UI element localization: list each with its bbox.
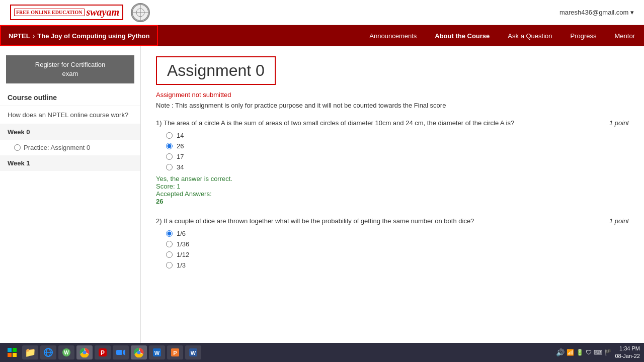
sidebar: Register for Certificationexam Course ou… (0, 46, 141, 343)
svg-text:W: W (154, 350, 160, 356)
taskbar-ie[interactable] (40, 345, 56, 359)
svg-point-21 (137, 351, 141, 354)
option-1-34[interactable]: 34 (166, 163, 629, 171)
nav-announcements[interactable]: Announcements (360, 25, 426, 46)
answer-1-score: Score: 1 (156, 183, 629, 190)
swayam-logo: FREE ONLINE EDUCATION swayam (10, 5, 123, 20)
user-email[interactable]: maresh436@gmail.com (559, 9, 634, 16)
practice0-radio[interactable] (14, 144, 21, 151)
svg-marker-19 (123, 349, 125, 355)
battery-icon[interactable]: 🔋 (576, 349, 584, 356)
nav-progress[interactable]: Progress (561, 25, 606, 46)
question-1: 1) The area of a circle A is the sum of … (156, 119, 629, 205)
sidebar-item-howdoes[interactable]: How does an NPTEL online course work? (0, 106, 140, 124)
option-1-14[interactable]: 14 (166, 132, 629, 139)
taskbar-right: 🔊 📶 🔋 🛡 ⌨ 🏴 1:34 PM 08-Jan-22 (556, 345, 640, 360)
assignment-status: Assignment not submitted (156, 91, 629, 99)
taskbar-word[interactable]: W (185, 345, 201, 359)
top-bar-left: FREE ONLINE EDUCATION swayam (10, 3, 150, 22)
taskbar-system-icons: 🔊 📶 🔋 🛡 ⌨ 🏴 (556, 348, 612, 356)
answer-1-accepted-label: Accepted Answers: (156, 190, 629, 198)
nav-ask-question[interactable]: Ask a Question (499, 25, 561, 46)
svg-rect-6 (8, 353, 12, 357)
nav-mentor[interactable]: Mentor (606, 25, 644, 46)
option-2-1-12[interactable]: 1/12 (166, 251, 629, 258)
svg-rect-5 (13, 348, 17, 352)
radio-q1-26[interactable] (166, 143, 173, 149)
question-2-options: 1/6 1/36 1/12 1/3 (166, 230, 629, 269)
nptel-label[interactable]: NPTEL (9, 32, 30, 40)
radio-q2-1-3[interactable] (166, 262, 173, 268)
course-outline-title: Course outline (0, 87, 140, 106)
assignment-note: Note : This assignment is only for pract… (156, 102, 629, 109)
nav-bar: NPTEL › The Joy of Computing using Pytho… (0, 25, 644, 46)
question-1-options: 14 26 17 34 (166, 132, 629, 171)
main-layout: Register for Certificationexam Course ou… (0, 46, 644, 343)
taskbar-chrome[interactable] (76, 345, 93, 359)
radio-q2-1-6[interactable] (166, 230, 173, 237)
sidebar-week1: Week 1 (0, 155, 140, 171)
svg-text:P: P (101, 349, 105, 356)
nav-breadcrumb: NPTEL › The Joy of Computing using Pytho… (0, 25, 158, 46)
top-bar: FREE ONLINE EDUCATION swayam maresh436@g… (0, 0, 644, 25)
content-area: Assignment 0 Assignment not submitted No… (141, 46, 644, 343)
keyboard-icon[interactable]: ⌨ (594, 349, 602, 356)
question-2-points: 1 point (609, 217, 629, 225)
question-1-row: 1) The area of a circle A is the sum of … (156, 119, 629, 127)
clock-date: 08-Jan-22 (615, 352, 640, 360)
svg-text:W: W (64, 350, 69, 355)
svg-rect-18 (116, 350, 122, 355)
taskbar-app-python[interactable]: P (167, 345, 183, 359)
taskbar: 📁 W P (0, 343, 644, 362)
taskbar-zoom[interactable] (113, 345, 129, 359)
radio-q1-14[interactable] (166, 132, 173, 139)
flag-icon[interactable]: 🏴 (604, 349, 612, 356)
sidebar-week0: Week 0 (0, 124, 140, 140)
answer-1-accepted-value: 26 (156, 198, 629, 205)
answer-1-correct: Yes, the answer is correct. (156, 175, 629, 183)
svg-rect-4 (8, 348, 12, 352)
taskbar-file-explorer[interactable]: 📁 (22, 345, 38, 359)
volume-icon[interactable]: 🔊 (556, 348, 565, 356)
svg-rect-7 (13, 353, 17, 357)
taskbar-app-blue[interactable]: W (149, 345, 165, 359)
nav-about-course[interactable]: About the Course (426, 25, 499, 46)
assignment-title-box: Assignment 0 (156, 56, 276, 85)
sidebar-practice0[interactable]: Practice: Assignment 0 (0, 140, 140, 155)
radio-q2-1-36[interactable] (166, 241, 173, 247)
radio-q2-1-12[interactable] (166, 251, 173, 258)
question-2-text: 2) If a couple of dice are thrown togeth… (156, 217, 609, 225)
course-title[interactable]: The Joy of Computing using Python (37, 32, 149, 40)
start-button[interactable] (4, 345, 20, 359)
option-1-17[interactable]: 17 (166, 153, 629, 160)
radio-q1-34[interactable] (166, 164, 173, 170)
question-1-points: 1 point (609, 119, 629, 127)
option-1-26[interactable]: 26 (166, 142, 629, 150)
option-2-1-3[interactable]: 1/3 (166, 261, 629, 269)
network-icon[interactable]: 📶 (567, 349, 574, 356)
breadcrumb-separator: › (33, 32, 35, 40)
svg-point-15 (83, 351, 87, 354)
option-2-1-36[interactable]: 1/36 (166, 240, 629, 248)
svg-text:W: W (191, 350, 196, 356)
clock-time: 1:34 PM (615, 345, 640, 352)
nptel-logo (131, 3, 150, 22)
question-2: 2) If a couple of dice are thrown togeth… (156, 217, 629, 269)
question-1-text: 1) The area of a circle A is the sum of … (156, 119, 609, 127)
question-2-row: 2) If a couple of dice are thrown togeth… (156, 217, 629, 225)
option-2-1-6[interactable]: 1/6 (166, 230, 629, 237)
taskbar-datetime[interactable]: 1:34 PM 08-Jan-22 (615, 345, 640, 360)
taskbar-chrome2[interactable] (131, 345, 147, 359)
cert-register-button[interactable]: Register for Certificationexam (6, 55, 134, 83)
radio-q1-17[interactable] (166, 153, 173, 160)
nav-links: Announcements About the Course Ask a Que… (360, 25, 644, 46)
taskbar-app-red[interactable]: P (95, 345, 111, 359)
shield-icon[interactable]: 🛡 (586, 349, 592, 356)
svg-text:P: P (173, 350, 177, 356)
assignment-title: Assignment 0 (167, 61, 265, 80)
taskbar-browser-green[interactable]: W (58, 345, 74, 359)
